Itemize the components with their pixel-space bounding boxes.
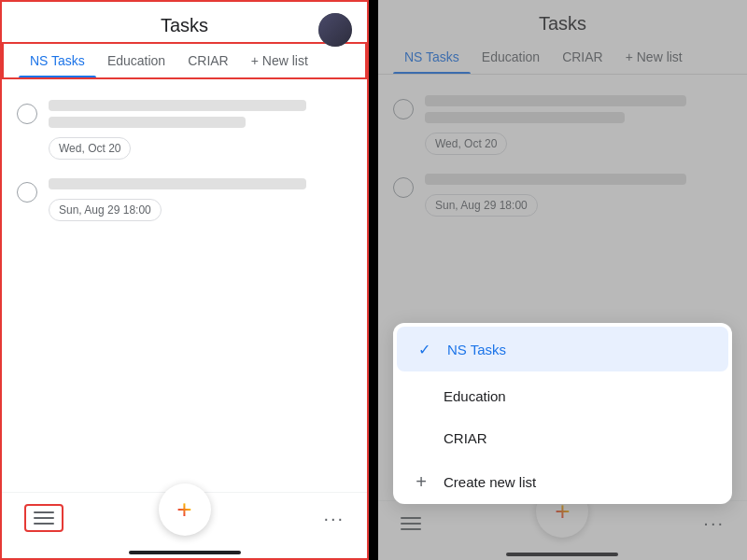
- right-bottom-bar: + ···: [378, 500, 747, 553]
- right-more-options-button[interactable]: ···: [703, 512, 725, 534]
- right-tabs: NS Tasks Education CRIAR + New list: [378, 40, 747, 75]
- right-task-text-blur-2a: [425, 174, 686, 185]
- task-text-blur-1b: [49, 117, 246, 128]
- hamburger-wrapper: [24, 504, 63, 532]
- more-options-button[interactable]: ···: [323, 508, 345, 529]
- dropdown-item-nstasks[interactable]: ✓ NS Tasks: [397, 327, 728, 371]
- right-hamburger-line-3: [401, 528, 421, 530]
- left-avatar[interactable]: [318, 13, 352, 47]
- left-task-list: Wed, Oct 20 Sun, Aug 29 18:00: [2, 79, 367, 492]
- task-radio-2[interactable]: [17, 182, 37, 203]
- right-task-radio-2[interactable]: [393, 177, 414, 198]
- dropdown-item-label-3: CRIAR: [444, 430, 487, 446]
- left-tab-criar[interactable]: CRIAR: [176, 44, 240, 77]
- dropdown-item-label-2: Education: [444, 388, 506, 404]
- right-tab-nstasks[interactable]: NS Tasks: [393, 40, 471, 74]
- right-task-content-1: Wed, Oct 20: [425, 95, 732, 155]
- dropdown-menu: ✓ NS Tasks Education CRIAR + Create new …: [393, 323, 732, 504]
- left-title: Tasks: [161, 15, 208, 36]
- hamburger-line-1: [34, 511, 54, 513]
- right-task-text-blur-1b: [425, 112, 625, 123]
- left-panel: Tasks NS Tasks Education CRIAR + New lis…: [0, 0, 369, 560]
- right-tab-criar[interactable]: CRIAR: [551, 40, 614, 74]
- avatar-image: [318, 13, 352, 47]
- check-icon: ✓: [416, 340, 434, 358]
- divider: [369, 0, 378, 560]
- right-tab-education[interactable]: Education: [471, 40, 551, 74]
- left-home-indicator: [129, 551, 241, 554]
- right-header: Tasks: [378, 0, 747, 40]
- right-task-content-2: Sun, Aug 29 18:00: [425, 174, 732, 217]
- fab-button[interactable]: +: [159, 483, 211, 536]
- fab-plus-icon: +: [176, 497, 191, 523]
- hamburger-line-2: [34, 517, 54, 519]
- right-title: Tasks: [539, 13, 586, 35]
- right-home-indicator: [506, 553, 618, 556]
- right-panel: Tasks NS Tasks Education CRIAR + New lis…: [378, 0, 747, 560]
- task-date-2: Sun, Aug 29 18:00: [49, 199, 162, 221]
- task-item-1: Wed, Oct 20: [2, 91, 367, 169]
- right-task-text-blur-1a: [425, 95, 686, 106]
- create-list-plus-icon: +: [412, 472, 430, 491]
- left-tab-education[interactable]: Education: [96, 44, 176, 77]
- task-date-1: Wed, Oct 20: [49, 137, 131, 160]
- right-hamburger-line-1: [401, 517, 421, 519]
- hamburger-button[interactable]: [34, 511, 54, 525]
- right-task-item-2: Sun, Aug 29 18:00: [378, 164, 747, 226]
- hamburger-line-3: [34, 523, 54, 525]
- task-item-2: Sun, Aug 29 18:00: [2, 169, 367, 231]
- right-hamburger-line-2: [401, 523, 421, 525]
- left-header: Tasks: [2, 2, 367, 42]
- right-task-item-1: Wed, Oct 20: [378, 86, 747, 164]
- task-text-blur-2a: [49, 178, 306, 189]
- task-content-1: Wed, Oct 20: [49, 100, 352, 160]
- left-bottom-bar: + ···: [2, 492, 367, 551]
- right-task-date-2: Sun, Aug 29 18:00: [425, 194, 538, 217]
- task-radio-1[interactable]: [17, 104, 37, 124]
- right-tab-newlist[interactable]: + New list: [614, 40, 694, 74]
- dropdown-item-education[interactable]: Education: [393, 375, 732, 417]
- right-hamburger-button[interactable]: [401, 517, 421, 530]
- left-tab-newlist[interactable]: + New list: [240, 44, 319, 77]
- right-task-date-1: Wed, Oct 20: [425, 133, 507, 155]
- task-text-blur-1a: [49, 100, 306, 111]
- dropdown-item-create-new-list[interactable]: + Create new list: [393, 459, 732, 504]
- dropdown-item-label-1: NS Tasks: [447, 342, 506, 357]
- right-task-radio-1[interactable]: [393, 99, 414, 119]
- left-tabs: NS Tasks Education CRIAR + New list: [2, 42, 367, 79]
- dropdown-item-label-4: Create new list: [444, 474, 536, 490]
- left-tab-nstasks[interactable]: NS Tasks: [19, 44, 96, 77]
- task-content-2: Sun, Aug 29 18:00: [49, 178, 352, 221]
- dropdown-item-criar[interactable]: CRIAR: [393, 417, 732, 459]
